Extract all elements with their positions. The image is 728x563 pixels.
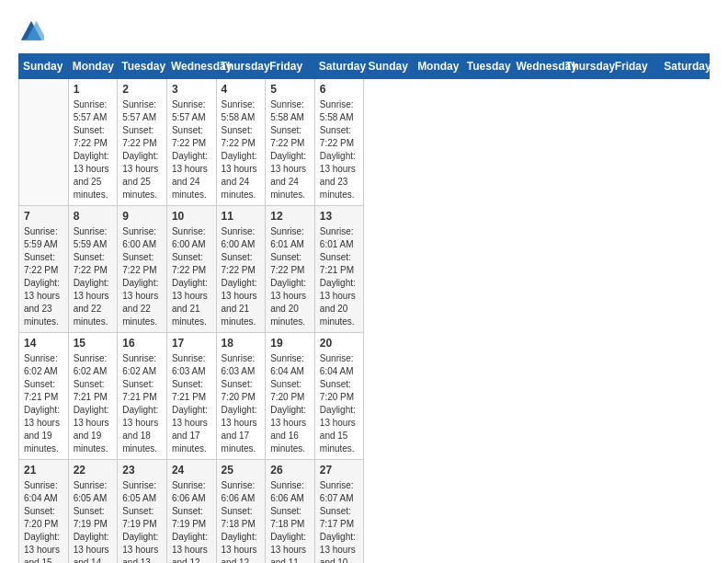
logo <box>18 18 48 44</box>
cell-info: Sunrise: 6:03 AMSunset: 7:20 PMDaylight:… <box>222 352 261 455</box>
header-sunday: Sunday <box>364 54 414 79</box>
header-tuesday: Tuesday <box>462 54 512 79</box>
calendar-cell: 3Sunrise: 5:57 AMSunset: 7:22 PMDaylight… <box>166 79 216 206</box>
header-sunday: Sunday <box>19 54 69 79</box>
calendar-week-1: 1Sunrise: 5:57 AMSunset: 7:22 PMDaylight… <box>19 79 710 206</box>
calendar-table: SundayMondayTuesdayWednesdayThursdayFrid… <box>18 53 710 563</box>
header-thursday: Thursday <box>216 54 266 79</box>
cell-info: Sunrise: 6:06 AMSunset: 7:19 PMDaylight:… <box>172 479 211 563</box>
calendar-cell: 8Sunrise: 5:59 AMSunset: 7:22 PMDaylight… <box>68 206 118 333</box>
cell-info: Sunrise: 6:01 AMSunset: 7:21 PMDaylight:… <box>320 225 359 328</box>
calendar-cell: 27Sunrise: 6:07 AMSunset: 7:17 PMDayligh… <box>314 460 364 564</box>
calendar-cell: 11Sunrise: 6:00 AMSunset: 7:22 PMDayligh… <box>216 206 266 333</box>
header-monday: Monday <box>68 54 118 79</box>
cell-info: Sunrise: 5:57 AMSunset: 7:22 PMDaylight:… <box>122 98 162 201</box>
calendar-week-4: 21Sunrise: 6:04 AMSunset: 7:20 PMDayligh… <box>19 460 710 564</box>
day-number: 22 <box>74 464 113 477</box>
calendar-cell: 7Sunrise: 5:59 AMSunset: 7:22 PMDaylight… <box>19 206 69 333</box>
cell-info: Sunrise: 6:06 AMSunset: 7:18 PMDaylight:… <box>270 479 310 563</box>
calendar-cell: 24Sunrise: 6:06 AMSunset: 7:19 PMDayligh… <box>166 460 216 564</box>
calendar-cell: 25Sunrise: 6:06 AMSunset: 7:18 PMDayligh… <box>216 460 266 564</box>
day-number: 15 <box>74 337 113 350</box>
cell-info: Sunrise: 6:00 AMSunset: 7:22 PMDaylight:… <box>172 225 211 328</box>
cell-info: Sunrise: 5:59 AMSunset: 7:22 PMDaylight:… <box>74 225 113 328</box>
day-number: 21 <box>24 464 63 477</box>
day-number: 12 <box>270 210 310 223</box>
calendar-cell <box>19 79 69 206</box>
calendar-cell: 4Sunrise: 5:58 AMSunset: 7:22 PMDaylight… <box>216 79 266 206</box>
page-header <box>18 18 710 44</box>
cell-info: Sunrise: 5:57 AMSunset: 7:22 PMDaylight:… <box>74 98 113 201</box>
day-number: 14 <box>24 337 63 350</box>
cell-info: Sunrise: 6:05 AMSunset: 7:19 PMDaylight:… <box>74 479 113 563</box>
calendar-cell: 13Sunrise: 6:01 AMSunset: 7:21 PMDayligh… <box>314 206 364 333</box>
header-friday: Friday <box>610 54 660 79</box>
cell-info: Sunrise: 6:04 AMSunset: 7:20 PMDaylight:… <box>270 352 310 455</box>
cell-info: Sunrise: 5:58 AMSunset: 7:22 PMDaylight:… <box>320 98 359 201</box>
calendar-cell: 16Sunrise: 6:02 AMSunset: 7:21 PMDayligh… <box>118 333 167 460</box>
day-number: 24 <box>172 464 211 477</box>
header-thursday: Thursday <box>562 54 611 79</box>
cell-info: Sunrise: 6:06 AMSunset: 7:18 PMDaylight:… <box>222 479 261 563</box>
cell-info: Sunrise: 5:58 AMSunset: 7:22 PMDaylight:… <box>270 98 310 201</box>
logo-icon <box>18 18 44 44</box>
day-number: 8 <box>74 210 113 223</box>
calendar-cell: 6Sunrise: 5:58 AMSunset: 7:22 PMDaylight… <box>314 79 364 206</box>
day-number: 2 <box>122 83 162 96</box>
cell-info: Sunrise: 6:03 AMSunset: 7:21 PMDaylight:… <box>172 352 211 455</box>
calendar-cell: 14Sunrise: 6:02 AMSunset: 7:21 PMDayligh… <box>19 333 69 460</box>
calendar-header-row: SundayMondayTuesdayWednesdayThursdayFrid… <box>19 54 710 79</box>
cell-info: Sunrise: 5:58 AMSunset: 7:22 PMDaylight:… <box>222 98 261 201</box>
calendar-cell: 2Sunrise: 5:57 AMSunset: 7:22 PMDaylight… <box>118 79 167 206</box>
calendar-cell: 22Sunrise: 6:05 AMSunset: 7:19 PMDayligh… <box>68 460 118 564</box>
header-monday: Monday <box>414 54 463 79</box>
day-number: 5 <box>270 83 310 96</box>
cell-info: Sunrise: 6:05 AMSunset: 7:19 PMDaylight:… <box>122 479 162 563</box>
calendar-week-3: 14Sunrise: 6:02 AMSunset: 7:21 PMDayligh… <box>19 333 710 460</box>
calendar-cell: 5Sunrise: 5:58 AMSunset: 7:22 PMDaylight… <box>266 79 315 206</box>
day-number: 17 <box>172 337 211 350</box>
header-wednesday: Wednesday <box>166 54 216 79</box>
day-number: 9 <box>122 210 162 223</box>
day-number: 25 <box>222 464 261 477</box>
calendar-cell: 1Sunrise: 5:57 AMSunset: 7:22 PMDaylight… <box>68 79 118 206</box>
day-number: 16 <box>122 337 162 350</box>
cell-info: Sunrise: 5:59 AMSunset: 7:22 PMDaylight:… <box>24 225 63 328</box>
calendar-week-2: 7Sunrise: 5:59 AMSunset: 7:22 PMDaylight… <box>19 206 710 333</box>
day-number: 26 <box>270 464 310 477</box>
day-number: 4 <box>222 83 261 96</box>
calendar-cell: 21Sunrise: 6:04 AMSunset: 7:20 PMDayligh… <box>19 460 69 564</box>
header-wednesday: Wednesday <box>512 54 562 79</box>
day-number: 23 <box>122 464 162 477</box>
calendar-cell: 10Sunrise: 6:00 AMSunset: 7:22 PMDayligh… <box>166 206 216 333</box>
day-number: 3 <box>172 83 211 96</box>
cell-info: Sunrise: 6:02 AMSunset: 7:21 PMDaylight:… <box>74 352 113 455</box>
day-number: 27 <box>320 464 359 477</box>
calendar-cell: 26Sunrise: 6:06 AMSunset: 7:18 PMDayligh… <box>266 460 315 564</box>
cell-info: Sunrise: 6:04 AMSunset: 7:20 PMDaylight:… <box>24 479 63 563</box>
calendar-cell: 18Sunrise: 6:03 AMSunset: 7:20 PMDayligh… <box>216 333 266 460</box>
day-number: 19 <box>270 337 310 350</box>
day-number: 20 <box>320 337 359 350</box>
calendar-cell: 19Sunrise: 6:04 AMSunset: 7:20 PMDayligh… <box>266 333 315 460</box>
day-number: 13 <box>320 210 359 223</box>
header-friday: Friday <box>266 54 315 79</box>
cell-info: Sunrise: 6:02 AMSunset: 7:21 PMDaylight:… <box>24 352 63 455</box>
cell-info: Sunrise: 6:02 AMSunset: 7:21 PMDaylight:… <box>122 352 162 455</box>
day-number: 7 <box>24 210 63 223</box>
header-saturday: Saturday <box>660 54 710 79</box>
cell-info: Sunrise: 6:04 AMSunset: 7:20 PMDaylight:… <box>320 352 359 455</box>
header-tuesday: Tuesday <box>118 54 167 79</box>
cell-info: Sunrise: 6:00 AMSunset: 7:22 PMDaylight:… <box>222 225 261 328</box>
cell-info: Sunrise: 6:00 AMSunset: 7:22 PMDaylight:… <box>122 225 162 328</box>
calendar-cell: 17Sunrise: 6:03 AMSunset: 7:21 PMDayligh… <box>166 333 216 460</box>
calendar-cell: 15Sunrise: 6:02 AMSunset: 7:21 PMDayligh… <box>68 333 118 460</box>
day-number: 11 <box>222 210 261 223</box>
cell-info: Sunrise: 6:01 AMSunset: 7:22 PMDaylight:… <box>270 225 310 328</box>
calendar-cell: 23Sunrise: 6:05 AMSunset: 7:19 PMDayligh… <box>118 460 167 564</box>
cell-info: Sunrise: 6:07 AMSunset: 7:17 PMDaylight:… <box>320 479 359 563</box>
day-number: 18 <box>222 337 261 350</box>
day-number: 1 <box>74 83 113 96</box>
calendar-cell: 9Sunrise: 6:00 AMSunset: 7:22 PMDaylight… <box>118 206 167 333</box>
calendar-cell: 20Sunrise: 6:04 AMSunset: 7:20 PMDayligh… <box>314 333 364 460</box>
